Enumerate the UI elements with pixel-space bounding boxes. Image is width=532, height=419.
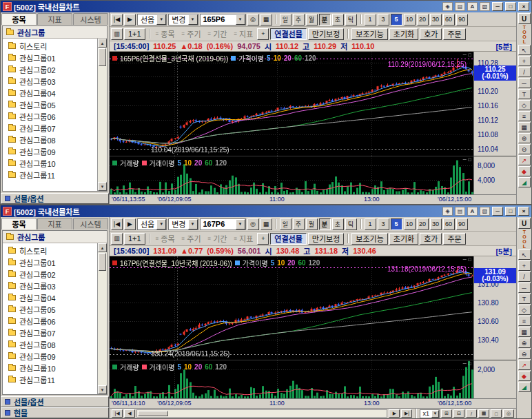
interval-5-button[interactable]: 5 (391, 14, 402, 25)
scroll-down-icon[interactable]: ▼ (98, 182, 107, 191)
zoom-out-tool-icon[interactable]: ⊖ (518, 144, 531, 154)
menu-period-button[interactable]: ≡주기 (179, 233, 204, 244)
symbol-list-button[interactable]: ▦ (260, 14, 272, 25)
interval-30-button[interactable]: 30 (430, 218, 442, 230)
scroll-thumb[interactable] (99, 253, 106, 271)
period-tick-button[interactable]: 틱 (345, 14, 357, 25)
change-select[interactable]: 변경 ▼ (168, 14, 198, 25)
scroll-left-button[interactable]: ◀ (124, 409, 135, 418)
chevron-down-icon[interactable]: ▼ (188, 14, 198, 25)
chevron-down-icon[interactable]: ▼ (156, 219, 166, 229)
interval-60-button[interactable]: 60 (443, 218, 455, 230)
scroll-last-button[interactable]: ▶| (401, 409, 412, 418)
fibonacci-tool-icon[interactable]: ◇ (518, 305, 531, 315)
chart-next-button[interactable]: ▶ (124, 218, 136, 230)
tree-item[interactable]: 관심그룹01 (8, 52, 97, 63)
pane-minimize-icon[interactable]: ─ (463, 52, 467, 57)
tree-item[interactable]: 관심그룹07 (8, 122, 97, 134)
tree-item[interactable]: 관심그룹06 (8, 110, 97, 122)
pane-maximize-icon[interactable]: □ (469, 361, 471, 366)
order-button[interactable]: 주문 (443, 233, 465, 245)
tree-item[interactable]: 관심그룹04 (8, 292, 97, 303)
aux-tools-button[interactable]: 보조기능 (351, 233, 387, 245)
menu-stock-button[interactable]: ≡종목 (153, 233, 178, 244)
compare-button[interactable]: 1+1 (124, 233, 145, 245)
interval-30-button[interactable]: 30 (430, 14, 442, 25)
tree-item[interactable]: 관심그룹11 (8, 169, 97, 181)
period-tick-button[interactable]: 틱 (345, 218, 357, 230)
tree-scrollbar[interactable]: ▲ ▼ (97, 39, 107, 191)
watch-group-header[interactable]: 관심그룹 (3, 231, 107, 243)
spot-band[interactable]: 현물 (1, 407, 109, 418)
pane-minimize-icon[interactable]: ─ (463, 257, 467, 262)
zoom-scale-select[interactable]: x1 ▼ (420, 409, 440, 418)
market-select[interactable]: 선옵 ▼ (137, 14, 167, 25)
chart-layout-button[interactable]: ▥ (111, 233, 123, 245)
font-size-icon[interactable]: A (467, 2, 478, 11)
u-button[interactable]: U (518, 218, 531, 229)
grid-tool-icon[interactable]: ▦ (478, 409, 489, 418)
scroll-up-icon[interactable]: ▲ (98, 39, 107, 48)
tree-item[interactable]: 관심그룹02 (8, 63, 97, 75)
chevron-down-icon[interactable]: ▼ (236, 219, 245, 229)
symbol-list-button[interactable]: ▦ (260, 218, 272, 230)
scroll-track[interactable] (98, 252, 107, 385)
menu-period-button[interactable]: ≡주기 (179, 28, 204, 39)
trendline-tool-icon[interactable]: / (518, 272, 531, 282)
tab-stock[interactable]: 종목 (1, 13, 37, 25)
interval-60-button[interactable]: 60 (443, 14, 455, 25)
magnifier-tool-icon[interactable]: ◎ (503, 409, 514, 418)
period-second-button[interactable]: 초 (332, 218, 344, 230)
menu-indicator-button[interactable]: ≡지표 (231, 28, 256, 39)
expiry-adjust-button[interactable]: 만기보정 (308, 28, 344, 40)
futures-options-band[interactable]: 선물/옵션 (1, 193, 109, 204)
text-tool-icon[interactable]: T (518, 89, 531, 99)
chart-scroll-thumb[interactable] (138, 411, 168, 416)
pane-minimize-icon[interactable]: ─ (463, 361, 467, 366)
tree-item[interactable]: 관심그룹09 (8, 145, 97, 157)
period-minute-button[interactable]: 분 (319, 218, 331, 230)
interval-20-button[interactable]: 20 (417, 218, 429, 230)
period-week-button[interactable]: 주 (293, 14, 305, 25)
aux-tools-button[interactable]: 보조기능 (351, 28, 387, 40)
period-month-button[interactable]: 월 (306, 218, 318, 230)
trend-arrow-tool-icon[interactable]: ↗ (518, 155, 531, 165)
tree-item-history[interactable]: 히스토리 (8, 245, 97, 256)
zoom-in-tool-icon[interactable]: ⊕ (518, 338, 531, 348)
chart-mode-tool-icon[interactable]: ◢ (518, 382, 531, 392)
tree-scrollbar[interactable]: ▲ ▼ (97, 243, 107, 394)
tab-indicator[interactable]: 지표 (37, 218, 72, 229)
tree-item[interactable]: 관심그룹05 (8, 303, 97, 315)
tab-stock[interactable]: 종목 (1, 218, 37, 229)
zoom-in-tool-icon[interactable]: ⊕ (518, 133, 531, 143)
period-day-button[interactable]: 일 (280, 218, 291, 230)
quote-button[interactable]: 호가 (420, 233, 442, 245)
chart-scrollbar[interactable] (136, 409, 387, 418)
interval-1-button[interactable]: 1 (365, 218, 376, 230)
tab-indicator[interactable]: 지표 (37, 13, 72, 25)
tree-item[interactable]: 관심그룹11 (8, 374, 97, 385)
period-month-button[interactable]: 월 (306, 14, 318, 25)
pattern-tool-icon[interactable]: ◆ (518, 166, 531, 176)
scroll-down-icon[interactable]: ▼ (98, 385, 107, 394)
interval-90-button[interactable]: 90 (456, 14, 468, 25)
order-button[interactable]: 주문 (443, 28, 465, 40)
reset-button[interactable]: 초기화 (389, 233, 418, 245)
tree-item[interactable]: 관심그룹04 (8, 87, 97, 99)
watch-group-header[interactable]: 관심그룹 (3, 26, 107, 39)
tree-item[interactable]: 관심그룹08 (8, 338, 97, 350)
zoom-out-tool-icon[interactable]: ⊖ (518, 349, 531, 359)
tree-item[interactable]: 관심그룹05 (8, 99, 97, 110)
chevron-down-icon[interactable]: ▼ (236, 14, 245, 25)
scroll-track[interactable] (98, 48, 107, 182)
trend-arrow-tool-icon[interactable]: ↗ (518, 360, 531, 370)
title-bar[interactable]: F [5002] 국내선물차트 ◈ ▤ A ▧ ─ □ × (1, 205, 531, 217)
tree-item-history[interactable]: 히스토리 (8, 40, 97, 52)
market-select[interactable]: 선옵 ▼ (137, 218, 167, 230)
tree-item[interactable]: 관심그룹03 (8, 75, 97, 87)
compare-button[interactable]: 1+1 (124, 28, 145, 40)
pane-minimize-icon[interactable]: ─ (463, 157, 467, 162)
chevron-down-icon[interactable]: ▼ (431, 410, 439, 418)
maximize-button[interactable]: □ (505, 2, 516, 11)
period-second-button[interactable]: 초 (332, 14, 344, 25)
